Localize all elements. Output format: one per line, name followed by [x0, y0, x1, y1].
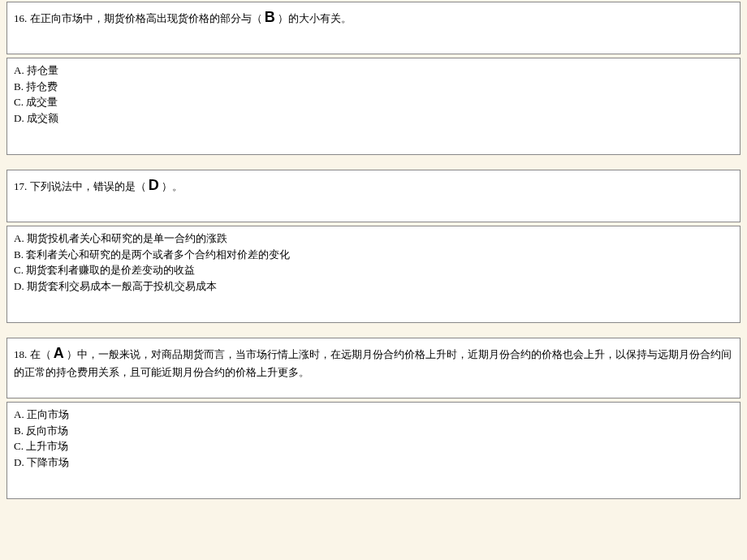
- option-b: B. 持仓费: [14, 79, 733, 95]
- question-block-16: 16. 在正向市场中，期货价格高出现货价格的部分与（ B ）的大小有关。 A. …: [0, 2, 747, 155]
- question-box: 17. 下列说法中，错误的是（ D ）。: [6, 170, 741, 222]
- question-box: 16. 在正向市场中，期货价格高出现货价格的部分与（ B ）的大小有关。: [6, 2, 741, 54]
- option-d: D. 下降市场: [14, 454, 733, 471]
- answer-letter: D: [149, 177, 159, 193]
- answer-letter: B: [265, 9, 275, 25]
- answer-letter: A: [54, 345, 64, 361]
- answer-box: A. 持仓量 B. 持仓费 C. 成交量 D. 成交额: [6, 58, 741, 155]
- option-d: D. 成交额: [14, 110, 733, 127]
- question-text-before: 下列说法中，错误的是（: [30, 180, 146, 192]
- question-number: 18.: [14, 348, 27, 360]
- question-block-18: 18. 在（ A ）中，一般来说，对商品期货而言，当市场行情上涨时，在远期月份合…: [0, 338, 747, 499]
- question-text-after: ）中，一般来说，对商品期货而言，当市场行情上涨时，在远期月份合约价格上升时，近期…: [14, 348, 732, 378]
- question-text-after: ）的大小有关。: [278, 12, 352, 24]
- option-c: C. 期货套利者赚取的是价差变动的收益: [14, 262, 733, 278]
- option-a: A. 持仓量: [14, 62, 733, 79]
- option-b: B. 套利者关心和研究的是两个或者多个合约相对价差的变化: [14, 247, 733, 263]
- question-block-17: 17. 下列说法中，错误的是（ D ）。 A. 期货投机者关心和研究的是单一合约…: [0, 170, 747, 323]
- question-number: 16.: [14, 12, 27, 24]
- option-a: A. 期货投机者关心和研究的是单一合约的涨跌: [14, 230, 733, 247]
- option-a: A. 正向市场: [14, 407, 733, 423]
- question-text-before: 在正向市场中，期货价格高出现货价格的部分与（: [30, 12, 262, 24]
- answer-box: A. 期货投机者关心和研究的是单一合约的涨跌 B. 套利者关心和研究的是两个或者…: [6, 226, 741, 323]
- question-text-before: 在（: [30, 348, 51, 360]
- question-box: 18. 在（ A ）中，一般来说，对商品期货而言，当市场行情上涨时，在远期月份合…: [6, 338, 741, 398]
- question-text-after: ）。: [162, 180, 183, 192]
- question-number: 17.: [14, 180, 27, 192]
- option-b: B. 反向市场: [14, 423, 733, 439]
- option-c: C. 上升市场: [14, 438, 733, 454]
- answer-box: A. 正向市场 B. 反向市场 C. 上升市场 D. 下降市场: [6, 402, 741, 499]
- option-c: C. 成交量: [14, 94, 733, 110]
- option-d: D. 期货套利交易成本一般高于投机交易成本: [14, 278, 733, 295]
